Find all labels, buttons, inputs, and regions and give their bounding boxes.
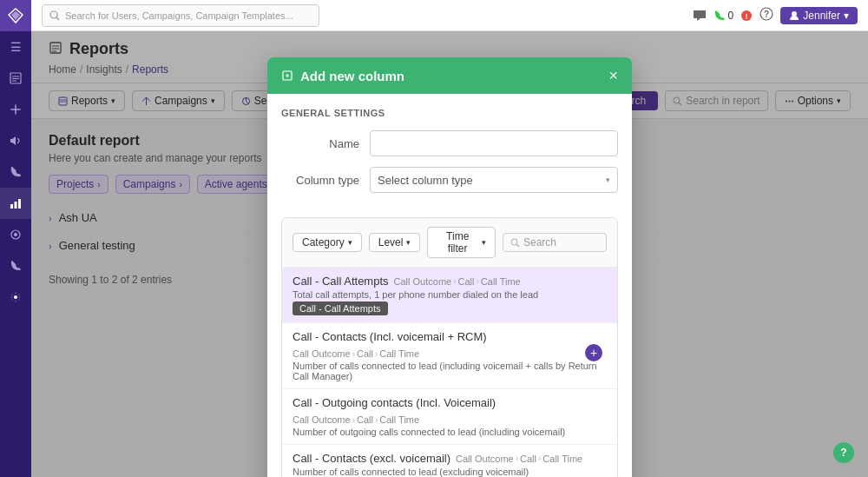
sidebar-icon-campaigns[interactable]: [0, 94, 31, 125]
svg-point-12: [50, 11, 57, 18]
alert-icon[interactable]: !: [740, 10, 753, 22]
modal-overlay: Add new column × GENERAL SETTINGS Name C…: [31, 31, 868, 477]
svg-rect-6: [10, 204, 13, 209]
column-picker-panel: Category ▾ Level ▾ Time filter ▾: [281, 217, 618, 477]
sidebar: ☰: [0, 0, 31, 477]
picker-item-name: Call - Contacts (excl. voicemail): [293, 452, 450, 465]
sidebar-icon-reports[interactable]: [0, 63, 31, 94]
picker-item[interactable]: Call - Contacts (Incl. voicemail + RCM) …: [282, 323, 617, 389]
filter-time-button[interactable]: Time filter ▾: [427, 227, 496, 258]
picker-item-desc: Number of outgoing calls connected to le…: [293, 427, 607, 437]
sidebar-icon-menu[interactable]: ☰: [0, 31, 31, 63]
picker-item-tag: Call Outcome › Call › Call Time: [293, 414, 419, 425]
picker-tooltip: Call - Call Attempts: [293, 301, 388, 315]
column-type-label: Column type: [281, 174, 359, 187]
phone-badge[interactable]: 0: [713, 10, 734, 22]
picker-item-name: Call - Outgoing contacts (Incl. Voicemai…: [293, 396, 496, 409]
picker-item[interactable]: Call - Call Attempts Call Outcome › Call…: [282, 268, 617, 323]
picker-item-name: Call - Call Attempts: [293, 275, 389, 288]
user-menu-button[interactable]: Jennifer ▾: [780, 7, 858, 24]
modal-title: Add new column: [281, 69, 404, 83]
picker-item-tag: Call Outcome › Call › Call Time: [293, 348, 419, 359]
app-logo[interactable]: [0, 0, 31, 31]
filter-category-label: Category: [302, 236, 345, 248]
svg-text:!: !: [746, 12, 748, 21]
sidebar-icon-gear[interactable]: [0, 282, 31, 313]
svg-point-11: [14, 295, 17, 299]
sidebar-icon-analytics[interactable]: [0, 188, 31, 219]
sidebar-icon-circle[interactable]: [0, 219, 31, 250]
search-placeholder: Search for Users, Campaigns, Campaign Te…: [65, 10, 293, 21]
filter-level-button[interactable]: Level ▾: [369, 233, 421, 252]
picker-item-desc: Number of calls connected to lead (inclu…: [293, 361, 607, 381]
filter-category-button[interactable]: Category ▾: [293, 233, 362, 252]
sidebar-icon-volume[interactable]: [0, 125, 31, 156]
svg-rect-7: [15, 202, 17, 209]
svg-text:?: ?: [764, 10, 769, 19]
svg-rect-8: [18, 199, 21, 209]
picker-search-input[interactable]: Search: [503, 233, 607, 252]
column-type-chevron-icon: ▾: [606, 176, 610, 184]
svg-point-36: [511, 239, 517, 245]
picker-list: Call - Call Attempts Call Outcome › Call…: [282, 268, 617, 477]
chat-icon-wrapper[interactable]: [693, 10, 707, 22]
modal-title-text: Add new column: [300, 69, 404, 83]
modal-close-button[interactable]: ×: [608, 68, 618, 83]
svg-line-13: [56, 17, 59, 20]
column-type-field-row: Column type Select column type ▾: [281, 167, 618, 193]
picker-filters: Category ▾ Level ▾ Time filter ▾: [282, 218, 617, 268]
filter-level-chevron-icon: ▾: [406, 238, 411, 247]
svg-line-37: [517, 244, 520, 247]
add-column-scrollbar-button[interactable]: +: [585, 344, 602, 361]
column-type-select[interactable]: Select column type ▾: [370, 167, 618, 193]
add-column-modal: Add new column × GENERAL SETTINGS Name C…: [267, 57, 632, 477]
picker-item[interactable]: Call - Outgoing contacts (Incl. Voicemai…: [282, 389, 617, 445]
help-icon[interactable]: ?: [760, 7, 773, 23]
user-chevron-icon: ▾: [844, 10, 849, 22]
picker-item-desc: Number of calls connected to lead (exclu…: [293, 467, 607, 477]
name-input[interactable]: [370, 130, 618, 156]
filter-time-label: Time filter: [437, 230, 478, 255]
topbar: Search for Users, Campaigns, Campaign Te…: [31, 0, 868, 31]
column-type-placeholder: Select column type: [378, 174, 473, 187]
picker-item[interactable]: Call - Contacts (excl. voicemail) Call O…: [282, 445, 617, 477]
general-settings-label: GENERAL SETTINGS: [281, 108, 618, 118]
modal-header: Add new column ×: [267, 57, 632, 94]
user-name: Jennifer: [803, 10, 840, 22]
phone-count: 0: [728, 10, 734, 22]
picker-item-tag: Call Outcome › Call › Call Time: [456, 454, 582, 464]
picker-item-name: Call - Contacts (Incl. voicemail + RCM): [293, 330, 487, 343]
picker-item-desc: Total call attempts, 1 per phone number …: [293, 289, 607, 300]
filter-time-chevron-icon: ▾: [482, 238, 486, 247]
filter-level-label: Level: [378, 236, 404, 248]
sidebar-icon-phone2[interactable]: [0, 250, 31, 282]
sidebar-icon-phone[interactable]: [0, 156, 31, 188]
global-search[interactable]: Search for Users, Campaigns, Campaign Te…: [42, 4, 319, 27]
filter-category-chevron-icon: ▾: [348, 238, 352, 247]
name-label: Name: [281, 137, 359, 150]
picker-search-placeholder: Search: [523, 236, 556, 248]
picker-item-tag: Call Outcome › Call › Call Time: [394, 276, 521, 287]
name-field-row: Name: [281, 130, 618, 156]
modal-body: GENERAL SETTINGS Name Column type Select…: [267, 94, 632, 217]
svg-point-10: [14, 233, 17, 236]
help-button[interactable]: ?: [833, 442, 854, 463]
